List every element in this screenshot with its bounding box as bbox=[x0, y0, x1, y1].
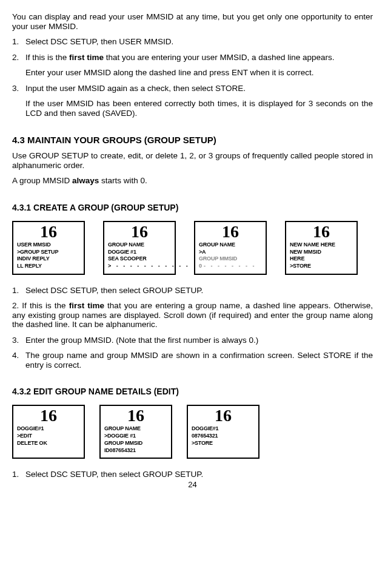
lcd-screen-b: 16 GROUP NAME DOGGIE #1 SEA SCOOPER > - … bbox=[103, 221, 176, 275]
lcd-line: DOGGIE#1 bbox=[17, 425, 80, 433]
lcd-line: GROUP MMSID bbox=[199, 255, 262, 263]
step-text: The group name and group MMSID are shown… bbox=[25, 351, 373, 370]
lcd-line: GROUP NAME bbox=[108, 242, 171, 249]
step-number: 3. bbox=[12, 84, 19, 93]
lcd-channel: 16 bbox=[17, 407, 80, 424]
step-subparagraph: Enter your user MMSID along the dashed l… bbox=[25, 68, 373, 78]
lcd-line: GROUP NAME bbox=[199, 242, 262, 249]
step-b2: 2. If this is the first time that you ar… bbox=[12, 301, 373, 329]
paragraph-4-3b: A group MMSID always starts with 0. bbox=[12, 176, 373, 186]
step-c1: 1. Select DSC SETUP, then select GROUP S… bbox=[12, 470, 373, 479]
step-text: Enter the group MMSID. (Note that the fi… bbox=[25, 336, 258, 345]
step-text-pre: If this is the bbox=[22, 301, 69, 310]
step-number: 1. bbox=[12, 286, 19, 296]
lcd-line: >STORE bbox=[192, 440, 255, 447]
lcd-line: USER MMSID bbox=[17, 242, 80, 249]
text-pre: A group MMSID bbox=[12, 176, 72, 185]
text-bold: always bbox=[72, 176, 99, 185]
step-number: 2. bbox=[12, 53, 19, 63]
lcd-line: NEW MMSID bbox=[290, 249, 353, 256]
lcd-line: ID087654321 bbox=[104, 447, 167, 455]
lcd-screen-d: 16 NEW NAME HERE NEW MMSID HERE >STORE bbox=[285, 221, 358, 275]
lcd-line: DOGGIE#1 bbox=[192, 425, 255, 433]
heading-4-3: 4.3 MAINTAIN YOUR GROUPS (GROUP SETUP) bbox=[12, 135, 373, 145]
lcd-line: NEW NAME HERE bbox=[290, 242, 353, 249]
lcd-screen-b: 16 GROUP NAME >DOGGIE #1 GROUP MMSID ID0… bbox=[99, 405, 172, 459]
lcd-line: DOGGIE #1 bbox=[108, 249, 171, 256]
step-b4: 4. The group name and group MMSID are sh… bbox=[12, 351, 373, 370]
step-a2: 2. If this is the first time that you ar… bbox=[12, 53, 373, 78]
lcd-line: 087654321 bbox=[192, 433, 255, 440]
lcd-line: >GROUP SETUP bbox=[17, 249, 80, 256]
lcd-screen-a: 16 DOGGIE#1 >EDIT DELETE OK bbox=[12, 405, 85, 459]
lcd-channel: 16 bbox=[290, 223, 353, 240]
lcd-line: >EDIT bbox=[17, 433, 80, 440]
step-b1: 1. Select DSC SETUP, then select GROUP S… bbox=[12, 286, 373, 296]
step-text-post: that you are entering your user MMSID, a… bbox=[104, 53, 334, 62]
lcd-line: GROUP NAME bbox=[104, 425, 167, 433]
lcd-line: SEA SCOOPER bbox=[108, 255, 171, 263]
step-text-bold: first time bbox=[69, 301, 104, 310]
lcd-line: LL REPLY bbox=[17, 263, 80, 270]
step-number: 1. bbox=[12, 470, 19, 479]
step-text: Select DSC SETUP, then USER MMSID. bbox=[25, 37, 173, 46]
lcd-channel: 16 bbox=[17, 223, 80, 240]
lcd-line: INDIV REPLY bbox=[17, 255, 80, 263]
lcd-screen-c: 16 DOGGIE#1 087654321 >STORE bbox=[187, 405, 259, 459]
lcd-channel: 16 bbox=[108, 223, 171, 240]
step-number: 3. bbox=[12, 336, 19, 345]
screens-row-2: 16 DOGGIE#1 >EDIT DELETE OK 16 GROUP NAM… bbox=[12, 405, 373, 459]
heading-4-3-1: 4.3.1 CREATE A GROUP (GROUP SETUP) bbox=[12, 203, 373, 212]
step-a3: 3. Input the user MMSID again as a check… bbox=[12, 84, 373, 118]
step-text: Input the user MMSID again as a check, t… bbox=[25, 84, 246, 93]
lcd-line: GROUP MMSID bbox=[104, 440, 167, 447]
lcd-line: DELETE OK bbox=[17, 440, 80, 447]
step-subparagraph: If the user MMSID has been entered corre… bbox=[25, 99, 373, 118]
step-a1: 1. Select DSC SETUP, then USER MMSID. bbox=[12, 37, 373, 47]
lcd-screen-c: 16 GROUP NAME >A GROUP MMSID 0- - - - - … bbox=[194, 221, 267, 275]
lcd-screen-a: 16 USER MMSID >GROUP SETUP INDIV REPLY L… bbox=[12, 221, 85, 275]
step-number: 4. bbox=[12, 351, 19, 360]
lcd-line: > - - - - - - - - - - - bbox=[108, 263, 171, 270]
screens-row-1: 16 USER MMSID >GROUP SETUP INDIV REPLY L… bbox=[12, 221, 373, 275]
steps-list-a: 1. Select DSC SETUP, then USER MMSID. 2.… bbox=[12, 37, 373, 118]
lcd-channel: 16 bbox=[104, 407, 167, 424]
steps-list-b: 1. Select DSC SETUP, then select GROUP S… bbox=[12, 286, 373, 370]
lcd-channel: 16 bbox=[199, 223, 262, 240]
lcd-line: 0- - - - - - - - bbox=[199, 263, 262, 270]
step-number: 1. bbox=[12, 37, 19, 47]
page-number: 24 bbox=[12, 481, 373, 490]
paragraph-4-3a: Use GROUP SETUP to create, edit, or dele… bbox=[12, 151, 373, 170]
intro-paragraph: You can display and read your user MMSID… bbox=[12, 12, 373, 31]
lcd-line: >A bbox=[199, 249, 262, 256]
step-text: Select DSC SETUP, then select GROUP SETU… bbox=[25, 470, 203, 479]
step-text: Select DSC SETUP, then select GROUP SETU… bbox=[25, 286, 203, 295]
step-number-inline: 2. bbox=[12, 301, 22, 310]
lcd-line: >STORE bbox=[290, 263, 353, 270]
lcd-channel: 16 bbox=[192, 407, 255, 424]
step-b3: 3. Enter the group MMSID. (Note that the… bbox=[12, 336, 373, 345]
lcd-line: >DOGGIE #1 bbox=[104, 433, 167, 440]
text-post: starts with 0. bbox=[99, 176, 147, 185]
steps-list-c: 1. Select DSC SETUP, then select GROUP S… bbox=[12, 470, 373, 479]
step-text-pre: If this is the bbox=[25, 53, 69, 62]
step-text-bold: first time bbox=[69, 53, 104, 62]
lcd-line: HERE bbox=[290, 255, 353, 263]
heading-4-3-2: 4.3.2 EDIT GROUP NAME DETAILS (EDIT) bbox=[12, 387, 373, 396]
